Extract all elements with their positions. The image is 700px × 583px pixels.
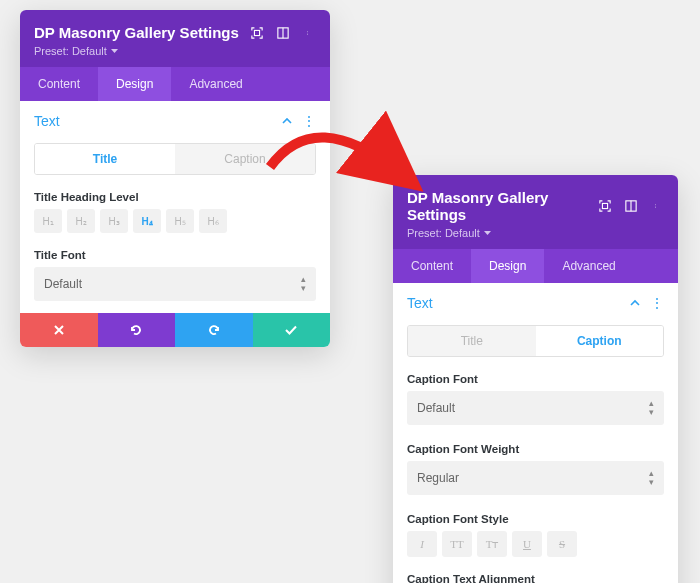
title-font-select[interactable]: Default ▴▾	[34, 267, 316, 301]
style-underline[interactable]: U	[512, 531, 542, 557]
chevron-up-icon[interactable]	[282, 116, 292, 126]
section-title: Text	[34, 113, 60, 129]
subtab-caption[interactable]: Caption	[175, 144, 315, 174]
title-font-value: Default	[44, 277, 82, 291]
style-italic[interactable]: I	[407, 531, 437, 557]
panel-header: DP Masonry Gallery Settings Preset: Defa…	[20, 10, 330, 67]
panel-header: DP Masonry Gallery Settings Preset: Defa…	[393, 175, 678, 249]
settings-panel-title-view: DP Masonry Gallery Settings Preset: Defa…	[20, 10, 330, 347]
settings-panel-caption-view: DP Masonry Gallery Settings Preset: Defa…	[393, 175, 678, 583]
more-icon[interactable]	[302, 26, 316, 40]
heading-level-h4[interactable]: H₄	[133, 209, 161, 233]
save-button[interactable]	[253, 313, 331, 347]
panel-title: DP Masonry Gallery Settings	[407, 189, 598, 223]
caption-font-style-label: Caption Font Style	[393, 507, 678, 531]
select-caret-icon: ▴▾	[649, 469, 654, 487]
heading-level-h1[interactable]: H₁	[34, 209, 62, 233]
style-smallcaps[interactable]: Tᴛ	[477, 531, 507, 557]
section-header-text[interactable]: Text ⋮	[393, 283, 678, 319]
chevron-up-icon[interactable]	[630, 298, 640, 308]
columns-icon[interactable]	[624, 199, 638, 213]
more-icon[interactable]	[650, 199, 664, 213]
caption-font-weight-value: Regular	[417, 471, 459, 485]
select-caret-icon: ▴▾	[649, 399, 654, 417]
svg-point-3	[307, 31, 308, 32]
tab-content[interactable]: Content	[20, 67, 98, 101]
section-more-icon[interactable]: ⋮	[302, 113, 316, 129]
heading-level-h3[interactable]: H₃	[100, 209, 128, 233]
subtab-title[interactable]: Title	[35, 144, 175, 174]
title-heading-level-label: Title Heading Level	[20, 185, 330, 209]
preset-label: Preset: Default	[407, 227, 480, 239]
panel-title: DP Masonry Gallery Settings	[34, 24, 239, 41]
style-strikethrough[interactable]: S	[547, 531, 577, 557]
section-more-icon[interactable]: ⋮	[650, 295, 664, 311]
tab-design[interactable]: Design	[471, 249, 544, 283]
section-header-text[interactable]: Text ⋮	[20, 101, 330, 137]
main-tabs: Content Design Advanced	[393, 249, 678, 283]
svg-point-4	[307, 32, 308, 33]
section-title: Text	[407, 295, 433, 311]
title-font-label: Title Font	[20, 243, 330, 267]
tab-advanced[interactable]: Advanced	[171, 67, 260, 101]
subtabs: Title Caption	[407, 325, 664, 357]
preset-label: Preset: Default	[34, 45, 107, 57]
caption-font-value: Default	[417, 401, 455, 415]
subtab-title[interactable]: Title	[408, 326, 536, 356]
font-style-group: I TT Tᴛ U S	[393, 531, 678, 567]
chevron-down-icon	[484, 231, 491, 236]
caption-font-weight-label: Caption Font Weight	[393, 437, 678, 461]
preset-selector[interactable]: Preset: Default	[34, 45, 316, 57]
select-caret-icon: ▴▾	[301, 275, 306, 293]
svg-point-11	[655, 207, 656, 208]
svg-point-9	[655, 204, 656, 205]
caption-text-alignment-label: Caption Text Alignment	[393, 567, 678, 583]
preset-selector[interactable]: Preset: Default	[407, 227, 664, 239]
tab-design[interactable]: Design	[98, 67, 171, 101]
columns-icon[interactable]	[276, 26, 290, 40]
subtabs: Title Caption	[34, 143, 316, 175]
caption-font-label: Caption Font	[393, 367, 678, 391]
svg-point-5	[307, 34, 308, 35]
caption-font-select[interactable]: Default ▴▾	[407, 391, 664, 425]
subtab-caption[interactable]: Caption	[536, 326, 664, 356]
svg-point-10	[655, 206, 656, 207]
tab-advanced[interactable]: Advanced	[544, 249, 633, 283]
cancel-button[interactable]	[20, 313, 98, 347]
svg-rect-0	[254, 30, 259, 35]
main-tabs: Content Design Advanced	[20, 67, 330, 101]
chevron-down-icon	[111, 49, 118, 54]
undo-button[interactable]	[98, 313, 176, 347]
redo-button[interactable]	[175, 313, 253, 347]
heading-level-h5[interactable]: H₅	[166, 209, 194, 233]
tab-content[interactable]: Content	[393, 249, 471, 283]
caption-font-weight-select[interactable]: Regular ▴▾	[407, 461, 664, 495]
svg-rect-6	[602, 203, 607, 208]
action-bar	[20, 313, 330, 347]
focus-icon[interactable]	[250, 26, 264, 40]
focus-icon[interactable]	[598, 199, 612, 213]
heading-level-h6[interactable]: H₆	[199, 209, 227, 233]
heading-level-h2[interactable]: H₂	[67, 209, 95, 233]
heading-level-group: H₁ H₂ H₃ H₄ H₅ H₆	[20, 209, 330, 243]
style-uppercase[interactable]: TT	[442, 531, 472, 557]
